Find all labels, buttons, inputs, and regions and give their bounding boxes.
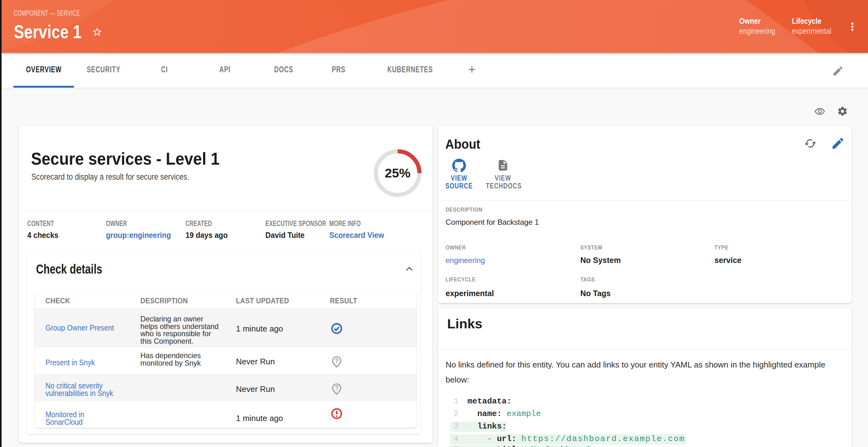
svg-text:?: ?	[335, 357, 338, 364]
svg-text:25%: 25%	[385, 166, 410, 180]
svg-text:?: ?	[335, 384, 338, 391]
